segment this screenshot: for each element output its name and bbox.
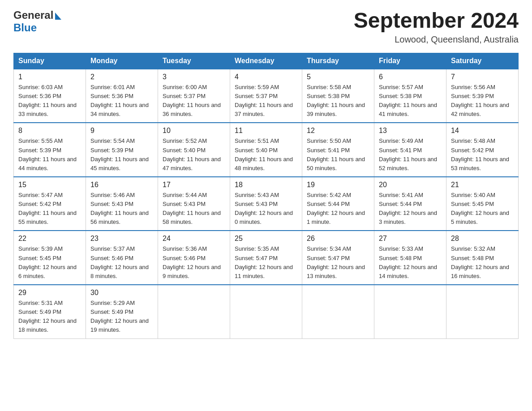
day-number: 5 [307,73,369,81]
day-number: 2 [90,73,153,81]
calendar-cell: 16 Sunrise: 5:46 AMSunset: 5:43 PMDaylig… [86,177,158,231]
calendar-week-5: 29 Sunrise: 5:31 AMSunset: 5:49 PMDaylig… [14,285,519,338]
calendar-week-3: 15 Sunrise: 5:47 AMSunset: 5:42 PMDaylig… [14,177,519,231]
calendar-cell: 14 Sunrise: 5:48 AMSunset: 5:42 PMDaylig… [446,123,519,177]
calendar-cell: 28 Sunrise: 5:32 AMSunset: 5:48 PMDaylig… [446,231,519,285]
calendar-cell: 4 Sunrise: 5:59 AMSunset: 5:37 PMDayligh… [230,69,302,123]
day-info: Sunrise: 5:42 AMSunset: 5:44 PMDaylight:… [307,191,369,227]
calendar-cell: 21 Sunrise: 5:40 AMSunset: 5:45 PMDaylig… [446,177,519,231]
day-info: Sunrise: 5:34 AMSunset: 5:47 PMDaylight:… [307,244,369,281]
col-header-thursday: Thursday [302,53,374,69]
day-number: 16 [90,181,153,189]
calendar-cell: 9 Sunrise: 5:54 AMSunset: 5:39 PMDayligh… [86,123,158,177]
day-info: Sunrise: 5:46 AMSunset: 5:43 PMDaylight:… [90,191,153,227]
logo-blue-text: Blue [13,21,37,34]
calendar-cell: 18 Sunrise: 5:43 AMSunset: 5:43 PMDaylig… [230,177,302,231]
calendar-cell [374,285,446,338]
day-number: 26 [307,235,369,243]
day-number: 4 [235,73,297,81]
calendar-cell: 22 Sunrise: 5:39 AMSunset: 5:45 PMDaylig… [14,231,86,285]
day-info: Sunrise: 5:44 AMSunset: 5:43 PMDaylight:… [163,191,225,227]
day-number: 9 [90,127,153,135]
day-number: 23 [90,235,153,243]
day-info: Sunrise: 5:37 AMSunset: 5:46 PMDaylight:… [90,244,153,281]
day-number: 30 [90,289,153,297]
day-info: Sunrise: 5:49 AMSunset: 5:41 PMDaylight:… [379,137,442,173]
calendar-cell: 30 Sunrise: 5:29 AMSunset: 5:49 PMDaylig… [86,285,158,338]
day-info: Sunrise: 5:39 AMSunset: 5:45 PMDaylight:… [18,244,81,281]
calendar-cell: 17 Sunrise: 5:44 AMSunset: 5:43 PMDaylig… [158,177,230,231]
calendar-week-2: 8 Sunrise: 5:55 AMSunset: 5:39 PMDayligh… [14,123,519,177]
day-info: Sunrise: 5:52 AMSunset: 5:40 PMDaylight:… [163,137,225,173]
calendar-title: September 2024 [354,9,519,33]
logo: General Blue [13,9,61,34]
col-header-sunday: Sunday [14,53,86,69]
day-number: 22 [18,235,81,243]
calendar-header-row: SundayMondayTuesdayWednesdayThursdayFrid… [14,53,519,69]
calendar-cell [302,285,374,338]
day-info: Sunrise: 5:43 AMSunset: 5:43 PMDaylight:… [235,191,297,227]
day-number: 12 [307,127,369,135]
day-info: Sunrise: 5:32 AMSunset: 5:48 PMDaylight:… [451,244,514,281]
calendar-cell [230,285,302,338]
calendar-cell: 7 Sunrise: 5:56 AMSunset: 5:39 PMDayligh… [446,69,519,123]
day-number: 6 [379,73,442,81]
day-info: Sunrise: 6:01 AMSunset: 5:36 PMDaylight:… [90,83,153,119]
day-number: 20 [379,181,442,189]
day-number: 29 [18,289,81,297]
day-number: 24 [163,235,225,243]
day-info: Sunrise: 5:47 AMSunset: 5:42 PMDaylight:… [18,191,81,227]
day-info: Sunrise: 5:36 AMSunset: 5:46 PMDaylight:… [163,244,225,281]
day-number: 7 [451,73,514,81]
day-info: Sunrise: 5:59 AMSunset: 5:37 PMDaylight:… [235,83,297,119]
col-header-monday: Monday [86,53,158,69]
calendar-week-1: 1 Sunrise: 6:03 AMSunset: 5:36 PMDayligh… [14,69,519,123]
calendar-cell [446,285,519,338]
calendar-cell: 26 Sunrise: 5:34 AMSunset: 5:47 PMDaylig… [302,231,374,285]
calendar-cell: 15 Sunrise: 5:47 AMSunset: 5:42 PMDaylig… [14,177,86,231]
day-info: Sunrise: 5:56 AMSunset: 5:39 PMDaylight:… [451,83,514,119]
day-number: 19 [307,181,369,189]
calendar-cell: 12 Sunrise: 5:50 AMSunset: 5:41 PMDaylig… [302,123,374,177]
col-header-wednesday: Wednesday [230,53,302,69]
day-number: 15 [18,181,81,189]
day-info: Sunrise: 5:50 AMSunset: 5:41 PMDaylight:… [307,137,369,173]
col-header-tuesday: Tuesday [158,53,230,69]
day-info: Sunrise: 5:29 AMSunset: 5:49 PMDaylight:… [90,299,153,335]
calendar-cell: 2 Sunrise: 6:01 AMSunset: 5:36 PMDayligh… [86,69,158,123]
title-area: September 2024 Lowood, Queensland, Austr… [354,9,519,45]
day-number: 1 [18,73,81,81]
calendar-cell: 10 Sunrise: 5:52 AMSunset: 5:40 PMDaylig… [158,123,230,177]
day-number: 17 [163,181,225,189]
calendar-cell: 27 Sunrise: 5:33 AMSunset: 5:48 PMDaylig… [374,231,446,285]
day-number: 18 [235,181,297,189]
day-number: 3 [163,73,225,81]
day-number: 11 [235,127,297,135]
day-info: Sunrise: 5:31 AMSunset: 5:49 PMDaylight:… [18,299,81,335]
day-info: Sunrise: 5:57 AMSunset: 5:38 PMDaylight:… [379,83,442,119]
calendar-cell: 3 Sunrise: 6:00 AMSunset: 5:37 PMDayligh… [158,69,230,123]
day-info: Sunrise: 5:41 AMSunset: 5:44 PMDaylight:… [379,191,442,227]
calendar-body: 1 Sunrise: 6:03 AMSunset: 5:36 PMDayligh… [14,69,519,338]
calendar-cell: 25 Sunrise: 5:35 AMSunset: 5:47 PMDaylig… [230,231,302,285]
calendar-cell: 1 Sunrise: 6:03 AMSunset: 5:36 PMDayligh… [14,69,86,123]
day-number: 10 [163,127,225,135]
day-info: Sunrise: 6:03 AMSunset: 5:36 PMDaylight:… [18,83,81,119]
calendar-cell: 13 Sunrise: 5:49 AMSunset: 5:41 PMDaylig… [374,123,446,177]
day-info: Sunrise: 5:35 AMSunset: 5:47 PMDaylight:… [235,244,297,281]
calendar-cell: 29 Sunrise: 5:31 AMSunset: 5:49 PMDaylig… [14,285,86,338]
day-info: Sunrise: 5:58 AMSunset: 5:38 PMDaylight:… [307,83,369,119]
day-info: Sunrise: 5:33 AMSunset: 5:48 PMDaylight:… [379,244,442,281]
day-number: 28 [451,235,514,243]
day-info: Sunrise: 5:51 AMSunset: 5:40 PMDaylight:… [235,137,297,173]
day-number: 27 [379,235,442,243]
calendar-cell: 8 Sunrise: 5:55 AMSunset: 5:39 PMDayligh… [14,123,86,177]
day-info: Sunrise: 5:48 AMSunset: 5:42 PMDaylight:… [451,137,514,173]
logo-general-text: General [13,9,61,21]
day-info: Sunrise: 6:00 AMSunset: 5:37 PMDaylight:… [163,83,225,119]
page-header: General Blue September 2024 Lowood, Quee… [13,9,519,45]
day-info: Sunrise: 5:54 AMSunset: 5:39 PMDaylight:… [90,137,153,173]
calendar-cell: 11 Sunrise: 5:51 AMSunset: 5:40 PMDaylig… [230,123,302,177]
day-info: Sunrise: 5:55 AMSunset: 5:39 PMDaylight:… [18,137,81,173]
day-info: Sunrise: 5:40 AMSunset: 5:45 PMDaylight:… [451,191,514,227]
